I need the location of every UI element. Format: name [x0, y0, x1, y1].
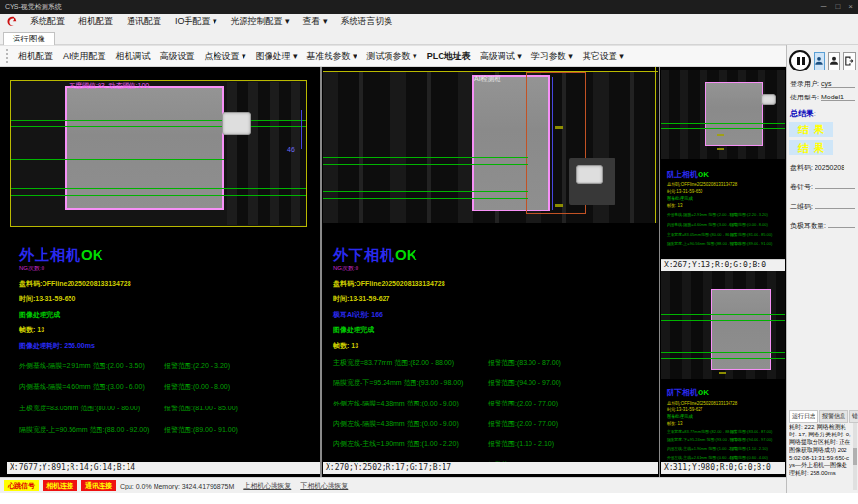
alarm-range: 报警范围:(1.10 - 2.10)	[730, 446, 768, 451]
result-box-top: 结果	[789, 122, 833, 137]
measure-row: 主极宽度=83.05mm 范围:(80.00 - 86.00)报警范围:(81.…	[667, 232, 781, 237]
alarm-range: 报警范围:(0.00 - 8.00)	[164, 382, 230, 392]
bottom-camera-heartbeat-link[interactable]: 下相机心跳恢复	[300, 481, 348, 490]
camera-image-inner-bottom[interactable]	[661, 271, 785, 379]
camera-view-inner-top[interactable]: 阴上相机OK 盘料码:OFFline20250208133134728 时间:1…	[661, 67, 785, 271]
menu-item-system-config[interactable]: 系统配置	[23, 14, 72, 30]
tool-image-processing[interactable]: 图像处理 ▾	[251, 46, 302, 66]
tool-spot-check[interactable]: 点检设置 ▾	[200, 46, 251, 66]
measure-value: 外侧基线-隔膜=2.91mm 范围:(2.00 - 3.50)	[667, 212, 730, 217]
view-divider	[659, 67, 660, 477]
measure-value: 隔膜宽度-上=90.56mm 范围:(88.00 - 92.00)	[19, 425, 164, 434]
tool-learning-params[interactable]: 学习参数 ▾	[527, 46, 578, 66]
log-scrollbar[interactable]	[853, 423, 857, 490]
menu-item-view[interactable]: 查看 ▾	[297, 14, 334, 30]
pause-button[interactable]	[789, 50, 811, 71]
alarm-range: 报警范围:(0.00 - 8.00)	[730, 222, 768, 227]
camera-link-badge: 相机连接	[43, 480, 77, 491]
logout-icon	[844, 55, 855, 67]
electrode-tab	[222, 112, 251, 135]
measure-value: 外侧左线-主线=2.61mm 范围:(0.60 - 4.00)	[667, 455, 730, 460]
frame-count-line: 帧数: 13	[667, 421, 781, 426]
alarm-range: 报警范围:(89.00 - 91.00)	[730, 241, 772, 246]
tool-camera-config[interactable]: 相机配置	[14, 46, 58, 66]
log-tab-alarm[interactable]: 报警信息	[819, 410, 848, 423]
login-user-value[interactable]: cys	[821, 80, 855, 88]
camera-image-inner-top[interactable]	[661, 67, 785, 159]
menu-item-light-config[interactable]: 光源控制配置 ▾	[224, 14, 297, 30]
log-tab-strip: 运行日志 报警信息 错误信息	[789, 410, 858, 423]
cpu-memory-text: Cpu: 0.0% Memory: 3424.41796875M	[120, 483, 234, 490]
model-value[interactable]: Model1	[821, 94, 855, 101]
toolbar: 相机配置 AI使用配置 相机调试 高级设置 点检设置 ▾ 图像处理 ▾ 基准线参…	[0, 45, 858, 67]
measure-line	[323, 191, 528, 192]
result-info-inner-top: 阴上相机OK 盘料码:OFFline20250208133134728 时间:1…	[667, 163, 781, 251]
tab-run-image[interactable]: 运行图像	[3, 32, 55, 45]
result-info-outer-bottom: 外下相机OK NG次数:0 盘料码:OFFline202502081331347…	[333, 246, 652, 480]
result-ok-label: OK	[698, 388, 709, 397]
maximize-icon[interactable]: □	[835, 0, 840, 14]
pixel-coord-bar: X:270;Y:2502;R:17;G:17;B:17	[323, 462, 658, 474]
ai-count-line: 极耳AI识别: 166	[333, 310, 652, 320]
tool-other-settings[interactable]: 其它设置 ▾	[578, 46, 629, 66]
camera-view-outer-bottom[interactable]: AI检测框 外下相机OK NG次数:0 盘料码:OFFline202502081…	[323, 67, 658, 477]
exit-button[interactable]	[843, 52, 856, 70]
minimize-icon[interactable]: ─	[821, 0, 827, 14]
needle-value[interactable]	[815, 182, 855, 189]
menu-item-camera-config[interactable]: 相机配置	[72, 14, 120, 30]
pixel-coord-bar: X:267;Y:13;R:0;G:0;B:0	[661, 259, 785, 271]
barcode-line: 盘料码:OFFline20250208133134728	[333, 279, 652, 289]
measure-value: 主极宽度=83.05mm 范围:(80.00 - 86.00)	[667, 232, 730, 237]
menu-item-io-config[interactable]: IO手配置 ▾	[168, 14, 224, 30]
camera-image-outer-bottom[interactable]: AI检测框	[323, 67, 658, 223]
battery-cell-region	[705, 82, 763, 146]
measure-line	[661, 128, 785, 129]
needle-field: 卷针号:	[790, 182, 855, 192]
menu-item-comm-config[interactable]: 通讯配置	[120, 14, 168, 30]
measure-row: 外侧左线-隔膜=4.38mm 范围:(0.00 - 9.00)报警范围:(2.0…	[333, 399, 652, 408]
alarm-range: 报警范围:(1.10 - 2.10)	[488, 439, 554, 449]
tiny-measure-label	[717, 148, 724, 150]
top-camera-heartbeat-link[interactable]: 上相机心跳恢复	[243, 481, 291, 490]
tool-camera-debug[interactable]: 相机调试	[111, 46, 156, 66]
camera-view-inner-bottom[interactable]: 阴下相机OK 盘料码:OFFline20250208133134728 时间:1…	[661, 271, 785, 477]
qr-value[interactable]	[815, 201, 855, 209]
user-login-button[interactable]	[814, 52, 825, 70]
tool-advanced-settings[interactable]: 高级设置	[156, 46, 200, 66]
menu-item-language-switch[interactable]: 系统语言切换	[334, 14, 400, 30]
log-tab-run[interactable]: 运行日志	[789, 410, 818, 423]
elapsed-line: 图像处理耗时: 256.00ms	[19, 341, 314, 350]
measurement-rows: 主极宽度=83.77mm 范围:(82.00 - 88.00)报警范围:(83.…	[333, 358, 652, 469]
login-user-label: 登录用户:	[790, 79, 819, 89]
tool-ai-use-config[interactable]: AI使用配置	[58, 46, 111, 66]
result-info-outer-top: 外上相机OK NG次数:0 盘料码:OFFline202502081331347…	[19, 246, 314, 446]
measurement-rows: 主极宽度=83.77mm 范围:(82.00 - 88.00)报警范围:(83.…	[667, 429, 781, 460]
side-panel: 登录用户: cys 使用型号: Model1 总结果: 结果 结果 盘料码: 2…	[786, 45, 858, 494]
scroll-thumb[interactable]	[853, 448, 857, 465]
tool-baseline-params[interactable]: 基准线参数 ▾	[302, 46, 362, 66]
camera-view-outer-top[interactable]: 46 灰度阈值:93, 动态阈值:100 外上相机OK NG次数:0 盘料码:O…	[7, 67, 320, 477]
threshold-overlay-label: 灰度阈值:93, 动态阈值:100	[69, 81, 149, 91]
log-tab-error[interactable]: 错误信息	[849, 410, 858, 423]
measure-row: 主极宽度=83.77mm 范围:(82.00 - 88.00)报警范围:(83.…	[333, 358, 652, 368]
tool-test-params[interactable]: 测试项参数 ▾	[362, 46, 422, 66]
status-line: 图像处理完成	[667, 196, 781, 201]
window-title: CYS-视觉检测系统	[5, 3, 62, 10]
app-window: CYS-视觉检测系统 ─ □ × 系统配置 相机配置 通讯配置 IO手配置 ▾ …	[0, 0, 858, 504]
tool-advanced-debug[interactable]: 高级调试 ▾	[475, 46, 527, 66]
result-ok-label: OK	[81, 246, 103, 263]
time-line: 时间:13-31-59-650	[667, 189, 781, 194]
measurement-rows: 外侧基线-隔膜=2.91mm 范围:(2.00 - 3.50)报警范围:(2.2…	[667, 212, 781, 246]
measure-line	[11, 126, 306, 127]
camera-image-outer-top[interactable]: 46 灰度阈值:93, 动态阈值:100	[7, 67, 320, 233]
tool-plc-address-table[interactable]: PLC地址表	[422, 46, 475, 66]
pause-icon	[802, 57, 805, 65]
close-icon[interactable]: ×	[848, 0, 853, 14]
measure-value: 主极宽度=83.77mm 范围:(82.00 - 88.00)	[333, 358, 488, 368]
frame-count-line: 帧数: 13	[333, 341, 652, 350]
neg-tab-count-field: 负极耳数量:	[790, 220, 855, 231]
neg-tab-count-value[interactable]	[828, 220, 855, 228]
electrode-tab	[761, 94, 776, 105]
user-manage-button[interactable]	[828, 52, 840, 70]
batch-code-label: 盘料码:	[790, 163, 813, 173]
